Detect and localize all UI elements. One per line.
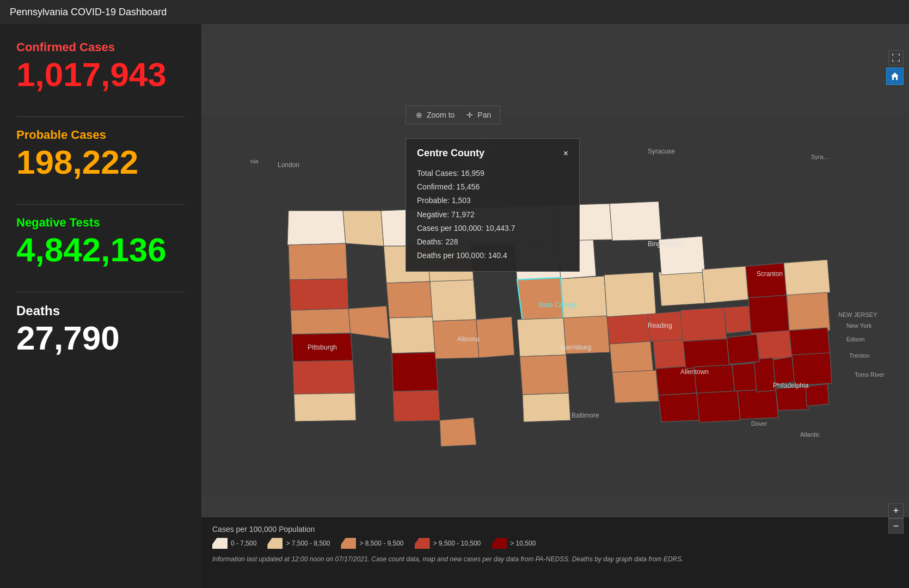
legend-title: Cases per 100,000 Population <box>212 525 898 534</box>
svg-marker-49 <box>738 389 778 419</box>
svg-marker-27 <box>517 278 563 321</box>
zoom-in-button[interactable]: + <box>888 503 904 518</box>
county-popup: Centre County × Total Cases: 16,959Confi… <box>406 138 580 272</box>
negative-label: Negative Tests <box>16 216 185 230</box>
svg-text:Toms River: Toms River <box>855 371 885 378</box>
svg-marker-29 <box>517 318 566 357</box>
info-text: Information last updated at 12:00 noon o… <box>212 555 898 563</box>
legend-range-label: > 7,500 - 8,500 <box>286 540 330 547</box>
svg-marker-2 <box>343 211 384 246</box>
dashboard-title: Pennsylvania COVID-19 Dashboard <box>10 7 167 18</box>
legend-swatch <box>492 538 507 549</box>
svg-text:nia: nia <box>250 158 259 164</box>
svg-marker-9 <box>348 306 389 339</box>
pan-icon: ✛ <box>465 111 474 119</box>
svg-text:London: London <box>278 161 299 169</box>
svg-marker-55 <box>787 292 830 333</box>
home-icon <box>890 72 899 81</box>
svg-marker-20 <box>430 280 476 321</box>
pan-label: Pan <box>477 111 491 119</box>
map-legend: Cases per 100,000 Population 0 - 7,500> … <box>201 517 909 588</box>
svg-marker-26 <box>561 276 607 320</box>
popup-field: Deaths: 228 <box>417 235 568 249</box>
popup-close-button[interactable]: × <box>563 149 568 158</box>
divider-3 <box>16 292 185 292</box>
popup-field: Cases per 100,000: 10,443.7 <box>417 222 568 235</box>
svg-marker-40 <box>659 393 699 422</box>
svg-marker-54 <box>784 260 830 296</box>
svg-marker-36 <box>610 341 653 374</box>
deaths-label: Deaths <box>16 303 185 318</box>
svg-text:NEW JERSEY: NEW JERSEY <box>838 311 877 318</box>
pan-button[interactable]: ✛ Pan <box>465 111 491 119</box>
popup-field: Deaths per 100,000: 140.4 <box>417 249 568 262</box>
zoom-to-label: Zoom to <box>427 111 454 119</box>
legend-swatch <box>212 538 228 549</box>
svg-text:New York: New York <box>846 322 872 329</box>
legend-range-label: > 10,500 <box>510 540 536 547</box>
zoom-out-button[interactable]: − <box>888 518 904 534</box>
svg-marker-5 <box>291 309 351 334</box>
svg-text:Baltimore: Baltimore <box>572 412 599 419</box>
svg-marker-56 <box>748 295 789 336</box>
pa-choropleth-map[interactable]: Pittsburgh Altoona State College Harrisb… <box>201 24 909 588</box>
probable-value: 198,222 <box>16 145 185 179</box>
svg-marker-15 <box>393 390 440 421</box>
stats-sidebar: Confirmed Cases 1,017,943 Probable Cases… <box>0 24 201 588</box>
legend-range-label: > 9,500 - 10,500 <box>433 540 481 547</box>
svg-text:Syracuse: Syracuse <box>648 148 675 155</box>
legend-swatch <box>267 538 282 549</box>
svg-marker-7 <box>293 360 355 394</box>
svg-marker-30 <box>520 355 569 395</box>
svg-marker-31 <box>523 393 570 422</box>
svg-marker-16 <box>440 418 476 446</box>
popup-field: Probable: 1,503 <box>417 194 568 207</box>
svg-marker-3 <box>288 243 347 280</box>
zoom-controls[interactable]: + − <box>888 503 904 534</box>
zoom-to-button[interactable]: ⊕ Zoom to <box>415 111 454 119</box>
svg-marker-8 <box>294 393 356 421</box>
svg-marker-41 <box>610 201 661 241</box>
svg-marker-45 <box>683 339 729 369</box>
legend-range-label: 0 - 7,500 <box>231 540 256 547</box>
zoom-icon: ⊕ <box>415 111 423 119</box>
svg-marker-42 <box>659 270 705 306</box>
legend-item: 0 - 7,500 <box>212 538 256 549</box>
svg-text:Atlantic: Atlantic <box>800 431 820 438</box>
map-area[interactable]: Pittsburgh Altoona State College Harrisb… <box>201 24 909 588</box>
probable-cases-block: Probable Cases 198,222 <box>16 128 185 179</box>
probable-label: Probable Cases <box>16 128 185 142</box>
popup-field: Negative: 71,972 <box>417 208 568 222</box>
popup-body: Total Cases: 16,959Confirmed: 15,456Prob… <box>417 167 568 262</box>
svg-marker-53 <box>746 263 787 299</box>
legend-item: > 10,500 <box>492 538 536 549</box>
fullscreen-button[interactable] <box>888 50 904 65</box>
legend-range-label: > 8,500 - 9,500 <box>359 540 403 547</box>
home-button[interactable] <box>886 68 904 85</box>
svg-marker-39 <box>612 370 659 403</box>
popup-field: Total Cases: 16,959 <box>417 167 568 180</box>
legend-swatch <box>341 538 356 549</box>
svg-text:Philadelphia: Philadelphia <box>773 382 809 389</box>
svg-text:Allentown: Allentown <box>680 368 709 376</box>
svg-text:Edison: Edison <box>846 336 865 342</box>
svg-marker-60 <box>754 358 776 392</box>
negative-value: 4,842,136 <box>16 233 185 267</box>
legend-swatch <box>415 538 430 549</box>
svg-marker-48 <box>697 391 740 422</box>
svg-text:Scranton: Scranton <box>757 270 783 278</box>
svg-text:Reading: Reading <box>648 322 672 329</box>
svg-marker-62 <box>806 384 829 406</box>
svg-marker-61 <box>727 334 759 364</box>
popup-header: Centre County × <box>417 148 568 159</box>
legend-items: 0 - 7,500> 7,500 - 8,500> 8,500 - 9,500>… <box>212 538 898 549</box>
popup-title: Centre County <box>417 148 484 159</box>
svg-text:Dover: Dover <box>751 420 767 427</box>
svg-marker-13 <box>389 317 435 353</box>
svg-marker-22 <box>476 317 514 358</box>
popup-field: Confirmed: 15,456 <box>417 180 568 194</box>
svg-marker-1 <box>287 211 346 245</box>
confirmed-value: 1,017,943 <box>16 58 185 91</box>
svg-marker-33 <box>604 272 656 317</box>
fullscreen-icon <box>892 54 900 62</box>
